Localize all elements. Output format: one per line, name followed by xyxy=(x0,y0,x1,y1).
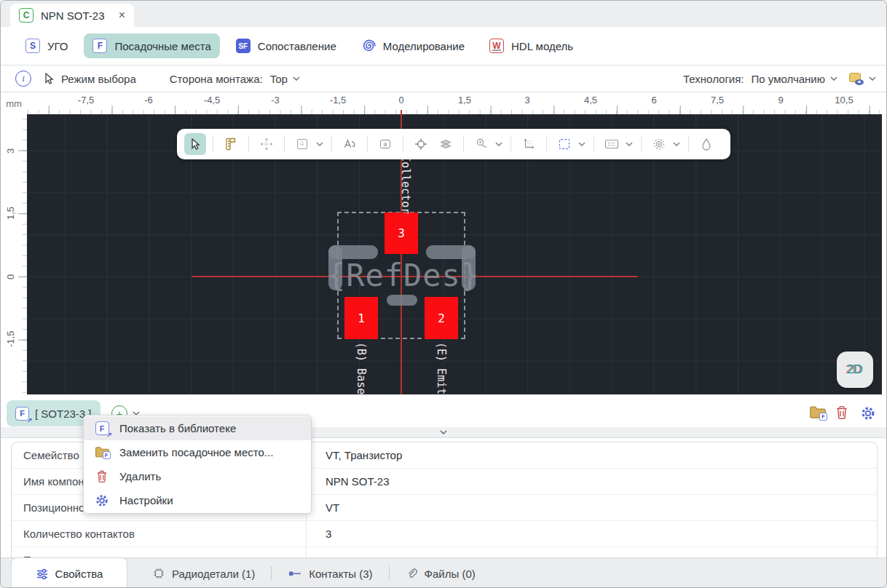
grid-axes-tool[interactable] xyxy=(518,133,540,155)
ruler-label: 10,5 xyxy=(835,95,853,106)
origin-tool[interactable] xyxy=(410,133,432,155)
dashed-square-icon xyxy=(559,139,569,149)
pad-1[interactable]: 1 xyxy=(344,297,378,339)
separator xyxy=(389,566,390,581)
chevron-down-icon[interactable] xyxy=(578,142,586,146)
mount-side-select[interactable]: Top xyxy=(270,73,300,85)
svg-text:a: a xyxy=(383,140,387,148)
tab-mapping-label: Сопоставление xyxy=(258,40,336,52)
chevron-down-icon[interactable] xyxy=(495,142,502,146)
attribute-label-tool[interactable]: a xyxy=(374,133,396,155)
SF-mapping-icon: SF xyxy=(236,39,251,53)
tab-files[interactable]: Файлы (0) xyxy=(393,567,489,580)
chevron-down-icon[interactable] xyxy=(316,142,323,146)
settings-button[interactable] xyxy=(860,405,876,421)
chevron-down-icon[interactable] xyxy=(626,142,633,146)
teardrop-tool[interactable] xyxy=(695,133,717,155)
property-value[interactable]: VT, Транзистор xyxy=(306,442,877,468)
replace-footprint-icon: F xyxy=(809,405,827,420)
mount-side-value: Top xyxy=(270,73,288,85)
separator xyxy=(248,136,249,152)
tab-properties[interactable]: Свойства xyxy=(11,557,127,588)
trash-icon xyxy=(96,469,108,483)
bottom-tabbar: Свойства Радиодетали (1) Контакты (3) Фа… xyxy=(1,557,886,588)
W-hdl-icon: W xyxy=(489,39,504,53)
paperclip-icon xyxy=(406,567,418,580)
pad-name-base: (B) Base xyxy=(356,342,368,394)
technology-select[interactable]: По умолчанию xyxy=(752,73,837,85)
menu-item-settings[interactable]: Настройки xyxy=(84,488,311,512)
tab-mapping[interactable]: SF Сопоставление xyxy=(227,33,345,58)
layers-eye-icon xyxy=(849,73,864,85)
separator xyxy=(403,136,403,152)
region-tool[interactable] xyxy=(291,133,313,155)
cursor-icon xyxy=(43,73,55,85)
close-icon[interactable]: × xyxy=(119,9,125,21)
tab-simulation[interactable]: Моделирование xyxy=(352,33,473,58)
separator xyxy=(284,136,285,152)
ruler-label: -6 xyxy=(144,95,153,106)
pad-2[interactable]: 2 xyxy=(425,297,458,339)
spiral-simulation-icon xyxy=(361,39,376,53)
tab-parts-label: Радиодетали (1) xyxy=(172,568,255,580)
canvas-tool-palette: a xyxy=(177,129,730,159)
view-2d-button[interactable]: 2D xyxy=(837,351,873,388)
pin-icon xyxy=(288,569,302,578)
replace-footprint-button[interactable]: F xyxy=(809,405,827,420)
select-tool[interactable] xyxy=(184,133,206,155)
separator xyxy=(688,136,689,152)
tab-footprints[interactable]: F Посадочные места xyxy=(84,33,219,58)
menu-item-delete[interactable]: Удалить xyxy=(84,464,311,488)
flip-side-tool[interactable] xyxy=(435,133,457,155)
tab-ugo[interactable]: S УГО xyxy=(17,33,76,58)
tab-parts[interactable]: Радиодетали (1) xyxy=(139,567,268,580)
info-icon[interactable]: i xyxy=(15,71,31,87)
property-value[interactable]: 3 xyxy=(306,521,877,547)
chevron-down-icon[interactable] xyxy=(673,142,680,146)
droplet-icon xyxy=(700,138,713,151)
via-tool[interactable] xyxy=(648,133,670,155)
ruler-label: 9 xyxy=(778,95,783,106)
sliders-icon xyxy=(36,568,49,581)
mount-side-label: Сторона монтажа: xyxy=(170,73,263,85)
footprint-link-icon: F↗ xyxy=(95,421,109,435)
chip-icon xyxy=(152,567,165,580)
ruler-label: 4,5 xyxy=(584,95,597,106)
property-value[interactable]: VT xyxy=(306,495,877,520)
ruler-label: 1,5 xyxy=(458,95,471,106)
menu-item-show-in-library[interactable]: F↗ Показать в библиотеке xyxy=(84,416,311,440)
document-tabbar: C NPN SOT-23 × xyxy=(1,1,886,27)
axes-icon xyxy=(522,138,535,151)
vertical-ruler: 31,50-1,5 xyxy=(1,114,27,394)
magnifier-icon xyxy=(475,138,488,151)
tab-files-label: Файлы (0) xyxy=(425,568,476,580)
menu-item-replace-footprint[interactable]: F Заменить посадочное место... xyxy=(84,440,311,464)
tab-footprints-label: Посадочные места xyxy=(114,40,210,52)
smd-pad-icon xyxy=(604,138,619,150)
ruler-label: 0 xyxy=(4,261,16,293)
tab-hdl[interactable]: W HDL модель xyxy=(481,33,582,58)
tab-contacts[interactable]: Контакты (3) xyxy=(275,568,385,580)
measure-tool[interactable] xyxy=(220,133,242,155)
trash-icon xyxy=(835,405,848,420)
property-value[interactable]: NPN SOT-23 xyxy=(306,469,877,494)
separator xyxy=(367,136,368,152)
chevron-down-icon xyxy=(830,76,837,81)
move-icon xyxy=(260,138,273,151)
separator xyxy=(510,136,511,152)
flip-layers-icon xyxy=(439,138,452,151)
pad-tool[interactable] xyxy=(601,133,623,155)
ruler-label: 1,5 xyxy=(4,197,16,229)
zoom-tool[interactable] xyxy=(470,133,492,155)
document-tab[interactable]: C NPN SOT-23 × xyxy=(10,4,134,27)
move-tool[interactable] xyxy=(256,133,277,155)
separator xyxy=(463,136,464,152)
text-tool[interactable] xyxy=(339,133,360,155)
selection-region-tool[interactable] xyxy=(553,133,575,155)
delete-button[interactable] xyxy=(835,405,848,420)
pad-3[interactable]: 3 xyxy=(385,212,418,254)
silkscreen-mark xyxy=(387,295,417,306)
ruler-label: 7,5 xyxy=(711,95,724,106)
display-options-button[interactable] xyxy=(849,73,876,85)
editor-subtabs: S УГО F Посадочные места SF Сопоставлени… xyxy=(1,27,886,65)
